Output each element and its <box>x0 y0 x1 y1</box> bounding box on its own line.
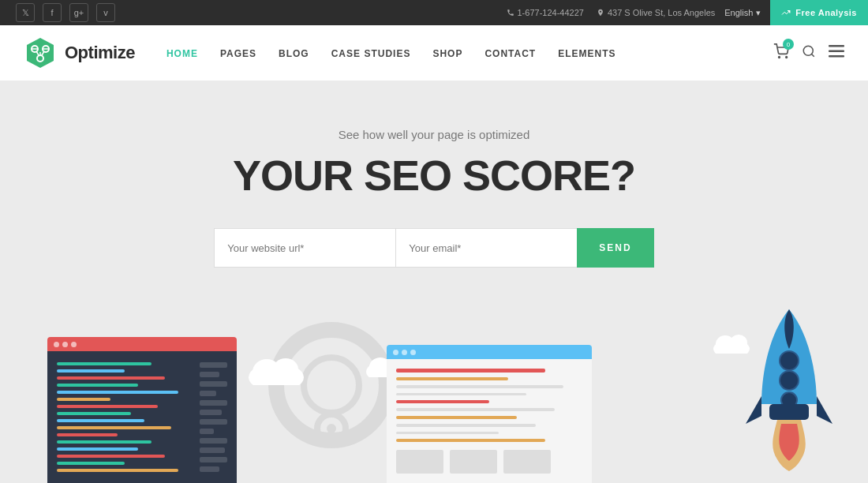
nav-item-case-studies[interactable]: CASE STUDIES <box>331 46 411 60</box>
nav-link-blog[interactable]: BLOG <box>279 48 309 59</box>
nav-icons: 0 <box>773 43 844 62</box>
svg-rect-14 <box>829 51 844 53</box>
svg-point-19 <box>327 424 336 433</box>
vimeo-icon[interactable]: v <box>96 3 115 22</box>
svg-point-30 <box>780 371 799 390</box>
nav-item-shop[interactable]: SHOP <box>432 46 462 60</box>
svg-point-29 <box>780 351 799 370</box>
svg-rect-13 <box>829 45 844 47</box>
nav-links: HOME PAGES BLOG CASE STUDIES SHOP CONTAC… <box>166 46 773 60</box>
email-input[interactable] <box>395 228 577 268</box>
browser-body <box>387 359 592 483</box>
code-window-illustration <box>47 337 237 483</box>
nav-item-contact[interactable]: CONTACT <box>485 46 536 60</box>
nav-link-elements[interactable]: ELEMENTS <box>558 48 615 59</box>
nav-item-elements[interactable]: ELEMENTS <box>558 46 615 60</box>
nav-item-pages[interactable]: PAGES <box>220 46 256 60</box>
search-button[interactable] <box>802 44 816 62</box>
language-selector[interactable]: English ▾ <box>715 0 770 25</box>
menu-button[interactable] <box>829 45 844 61</box>
svg-line-12 <box>811 54 814 56</box>
nav-link-case-studies[interactable]: CASE STUDIES <box>331 48 411 59</box>
free-analysis-button[interactable]: Free Analysis <box>770 0 868 25</box>
svg-point-11 <box>803 46 813 55</box>
cloud-1 <box>245 350 308 388</box>
social-links: 𝕏 f g+ v <box>16 3 115 22</box>
rocket-illustration <box>726 301 868 483</box>
top-bar: 𝕏 f g+ v 1-677-124-44227 437 S Olive St,… <box>0 0 868 25</box>
twitter-icon[interactable]: 𝕏 <box>16 3 35 22</box>
hero-form: SEND <box>214 228 653 268</box>
hero-section: See how well your page is optimized YOUR… <box>0 80 868 483</box>
send-button[interactable]: SEND <box>577 228 653 268</box>
cart-badge: 0 <box>783 39 794 50</box>
browser-bar <box>387 345 592 359</box>
svg-point-17 <box>304 358 359 413</box>
nav-link-home[interactable]: HOME <box>166 48 198 59</box>
logo-text: Optimize <box>65 43 135 63</box>
svg-rect-15 <box>829 55 844 58</box>
top-bar-right: English ▾ Free Analysis <box>715 0 868 25</box>
svg-point-9 <box>779 57 780 58</box>
phone-info: 1-677-124-44227 <box>507 8 584 17</box>
browser-window-illustration <box>387 345 592 483</box>
hero-illustrations <box>0 325 868 483</box>
hero-title: YOUR SEO SCORE? <box>233 151 635 200</box>
logo-icon <box>24 36 57 69</box>
code-sidebar <box>200 362 227 472</box>
svg-point-10 <box>786 57 788 58</box>
address-info: 437 S Olive St, Los Angeles <box>597 8 715 17</box>
nav-link-contact[interactable]: CONTACT <box>485 48 536 59</box>
contact-info: 1-677-124-44227 437 S Olive St, Los Ange… <box>507 8 716 17</box>
svg-point-22 <box>273 358 298 380</box>
website-url-input[interactable] <box>214 228 395 268</box>
nav-item-home[interactable]: HOME <box>166 46 198 60</box>
logo[interactable]: Optimize <box>24 36 135 69</box>
nav-link-shop[interactable]: SHOP <box>432 48 462 59</box>
facebook-icon[interactable]: f <box>43 3 62 22</box>
code-window-body <box>47 351 237 483</box>
code-lines <box>57 362 192 472</box>
cart-button[interactable]: 0 <box>773 43 789 62</box>
svg-rect-32 <box>769 404 809 420</box>
hero-subtitle: See how well your page is optimized <box>339 128 530 141</box>
nav-item-blog[interactable]: BLOG <box>279 46 309 60</box>
nav-link-pages[interactable]: PAGES <box>220 48 256 59</box>
chevron-down-icon: ▾ <box>756 8 761 18</box>
navbar: Optimize HOME PAGES BLOG CASE STUDIES SH… <box>0 25 868 80</box>
code-window-bar <box>47 337 237 351</box>
top-bar-left: 𝕏 f g+ v <box>16 3 115 22</box>
googleplus-icon[interactable]: g+ <box>69 3 88 22</box>
